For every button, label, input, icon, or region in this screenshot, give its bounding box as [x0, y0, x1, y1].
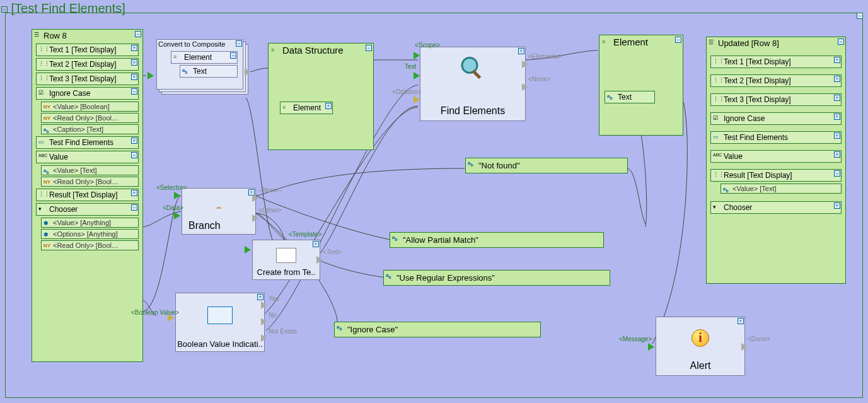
ny-icon: NY: [43, 104, 51, 112]
expand-icon[interactable]: +: [257, 294, 263, 300]
alert-message-port: <Message>: [619, 336, 652, 342]
convert-element[interactable]: ≡Element−: [171, 51, 238, 64]
ny-icon: NY: [43, 179, 51, 187]
string-use-regex[interactable]: ab"Use Regular Expressions": [383, 270, 610, 286]
collapse-icon[interactable]: −: [131, 88, 137, 95]
branch-none-tri[interactable]: [252, 194, 258, 202]
expand-icon[interactable]: +: [131, 59, 137, 66]
row8-collapse-icon[interactable]: −: [135, 31, 141, 37]
convert-in-port[interactable]: [148, 72, 154, 79]
expand-icon[interactable]: +: [325, 103, 332, 109]
collapse-icon[interactable]: −: [131, 204, 137, 211]
bool-ind-panel[interactable]: Boolean Value Indicati.. +: [175, 293, 265, 352]
branch-selector-tri[interactable]: [174, 192, 180, 199]
expand-icon[interactable]: +: [518, 48, 524, 54]
updated-ignore-case[interactable]: ☑Ignore Case+: [710, 112, 842, 125]
expand-icon[interactable]: +: [834, 202, 840, 209]
row8-result[interactable]: ⋮⋮Result [Text Display]+: [36, 189, 139, 201]
ct-text-port: <Text>: [323, 248, 342, 255]
updated-text1[interactable]: ⋮⋮Text 1 [Text Display]+: [710, 55, 842, 68]
expand-icon[interactable]: +: [313, 241, 319, 247]
branch-panel[interactable]: ◦•◦ Branch +: [182, 188, 256, 235]
row8-chooser[interactable]: ▾Chooser−: [36, 203, 139, 216]
string-ignore-case[interactable]: ab"Ignore Case": [334, 322, 541, 337]
bool-ne-tri[interactable]: [261, 334, 267, 342]
updated-chooser[interactable]: ▾Chooser+: [710, 201, 842, 214]
row8-ch-readonly[interactable]: NY<Read Only> [Bool…: [41, 240, 139, 250]
updated-text2[interactable]: ⋮⋮Text 2 [Text Display]+: [710, 74, 842, 87]
expand-icon[interactable]: +: [834, 132, 840, 139]
row8-val-value[interactable]: ab<Value> [Text]: [41, 165, 139, 175]
string-allow-partial[interactable]: ab"Allow Partial Match": [390, 232, 604, 248]
collapse-icon[interactable]: −: [834, 170, 840, 177]
updated-panel[interactable]: ☰Updated [Row 8] − ⋮⋮Text 1 [Text Displa…: [706, 37, 846, 284]
expand-icon[interactable]: +: [131, 137, 137, 144]
branch-data-tri[interactable]: [174, 212, 180, 219]
alert-in-tri[interactable]: [648, 343, 654, 351]
updated-test-find[interactable]: ▭Test Find Elements+: [710, 131, 842, 144]
convert-panel[interactable]: Convert to Composite − ≡Element− abText: [156, 39, 243, 90]
bool-no-tri[interactable]: [261, 318, 267, 325]
row8-ch-value[interactable]: ✱<Value> [Anything]: [41, 218, 139, 228]
expand-icon[interactable]: +: [834, 114, 840, 120]
bool-in-tri[interactable]: [168, 314, 174, 322]
updated-result-value[interactable]: ab<Value> [Text]: [720, 184, 842, 194]
bool-yes-tri[interactable]: [261, 301, 267, 309]
collapse-icon[interactable]: −: [131, 152, 137, 158]
expand-icon[interactable]: +: [834, 95, 840, 101]
row8-text3[interactable]: ⋮⋮Text 3 [Text Display]+: [36, 73, 139, 85]
data-structure-panel[interactable]: ≡Data Structure − ≡Element+: [268, 43, 374, 150]
expand-icon[interactable]: +: [834, 57, 840, 63]
branch-other-port: <Other>: [258, 207, 282, 214]
dropdown-icon: ▾: [713, 204, 720, 211]
ds-collapse-icon[interactable]: −: [366, 45, 372, 51]
row8-text1[interactable]: ⋮⋮Text 1 [Text Display]+: [36, 44, 139, 56]
ct-in-tri[interactable]: [245, 246, 251, 254]
ct-out-tri[interactable]: [316, 256, 323, 264]
row8-panel[interactable]: ☰Row 8 − ⋮⋮Text 1 [Text Display]+ ⋮⋮Text…: [32, 29, 143, 362]
alert-panel[interactable]: Alert +: [656, 317, 745, 376]
fe-scope-tri[interactable]: [414, 52, 420, 59]
dropdown-icon: ▾: [38, 206, 46, 213]
row8-ch-options[interactable]: ✱<Options> [Anything]: [41, 229, 139, 239]
expand-icon[interactable]: +: [131, 45, 137, 51]
ct-template-port: <Template>: [289, 231, 321, 238]
alert-title: Alert: [656, 360, 744, 371]
element-right-text[interactable]: abText: [605, 91, 655, 103]
convert-collapse-icon[interactable]: −: [236, 40, 242, 47]
expand-icon[interactable]: +: [834, 76, 840, 82]
fe-options-tri[interactable]: [414, 96, 420, 103]
convert-out-port[interactable]: [245, 68, 251, 76]
element-right-panel[interactable]: ≡Element − abText: [599, 35, 683, 136]
expand-icon[interactable]: +: [131, 190, 137, 196]
collapse-icon[interactable]: −: [1, 6, 8, 13]
row8-ignore-case[interactable]: ☑Ignore Case−: [36, 87, 139, 100]
row8-value[interactable]: ABCValue−: [36, 151, 139, 163]
convert-text[interactable]: abText: [180, 65, 238, 78]
expand-icon[interactable]: +: [834, 151, 840, 158]
create-template-panel[interactable]: Create from Te.. +: [252, 240, 320, 280]
row8-text2[interactable]: ⋮⋮Text 2 [Text Display]+: [36, 58, 139, 71]
er-collapse-icon[interactable]: −: [675, 37, 681, 43]
fe-none-tri[interactable]: [522, 83, 528, 91]
find-elements-panel[interactable]: Find Elements +: [420, 47, 526, 121]
row8-ic-value[interactable]: NY<Value> [Boolean]: [41, 102, 139, 112]
updated-result[interactable]: ⋮⋮Result [Text Display]−: [710, 169, 842, 182]
fe-elements-tri[interactable]: [522, 61, 528, 68]
string-not-found[interactable]: ab"Not found": [465, 158, 628, 173]
expand-icon[interactable]: +: [131, 74, 137, 80]
fe-text-tri[interactable]: [414, 72, 420, 79]
updated-text3[interactable]: ⋮⋮Text 3 [Text Display]+: [710, 93, 842, 106]
updated-value[interactable]: ABCValue+: [710, 150, 842, 163]
row8-val-readonly[interactable]: NY<Read Only> [Bool…: [41, 177, 139, 187]
collapse-icon[interactable]: −: [230, 52, 236, 59]
row8-ic-readonly[interactable]: NY<Read Only> [Bool…: [41, 113, 139, 123]
abc-icon: ABC: [38, 153, 46, 161]
branch-other-tri[interactable]: [252, 214, 258, 222]
alert-out-tri[interactable]: [741, 343, 748, 351]
ds-element[interactable]: ≡Element+: [280, 102, 333, 114]
updated-collapse-icon[interactable]: −: [838, 38, 844, 45]
row8-test-find[interactable]: ▭Test Find Elements+: [36, 136, 139, 149]
expand-icon[interactable]: +: [738, 318, 744, 324]
row8-ic-caption[interactable]: ab<Caption> [Text]: [41, 124, 139, 134]
